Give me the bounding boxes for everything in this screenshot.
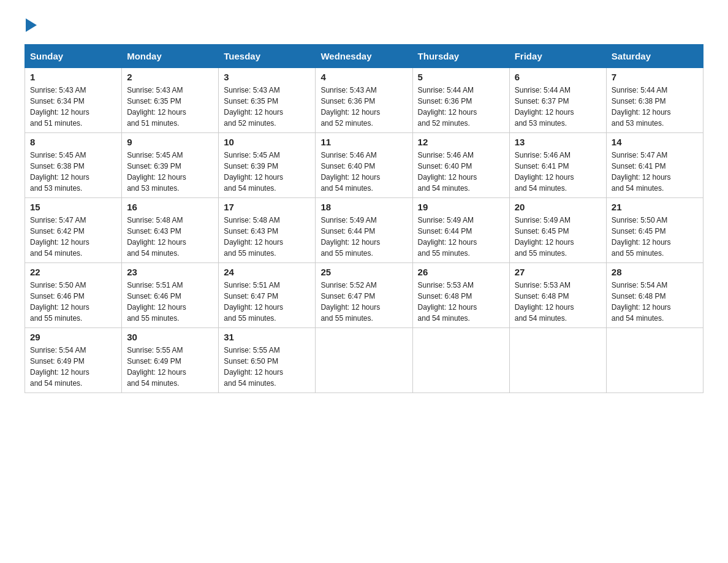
day-number: 9 <box>127 137 213 147</box>
calendar-day-21: 21 Sunrise: 5:50 AM Sunset: 6:45 PM Dayl… <box>606 198 703 263</box>
col-header-saturday: Saturday <box>606 45 703 68</box>
day-number: 25 <box>320 267 407 277</box>
day-number: 30 <box>127 332 213 342</box>
calendar-week-2: 8 Sunrise: 5:45 AM Sunset: 6:38 PM Dayli… <box>25 133 703 198</box>
day-number: 21 <box>612 202 698 212</box>
day-info: Sunrise: 5:47 AM Sunset: 6:42 PM Dayligh… <box>30 215 116 259</box>
calendar-header-row: SundayMondayTuesdayWednesdayThursdayFrid… <box>25 45 703 68</box>
day-number: 5 <box>418 72 504 82</box>
svg-marker-0 <box>26 18 37 32</box>
calendar-day-17: 17 Sunrise: 5:48 AM Sunset: 6:43 PM Dayl… <box>219 198 316 263</box>
day-info: Sunrise: 5:49 AM Sunset: 6:44 PM Dayligh… <box>320 215 407 259</box>
empty-cell <box>606 328 703 393</box>
col-header-friday: Friday <box>509 45 606 68</box>
empty-cell <box>509 328 606 393</box>
empty-cell <box>316 328 412 393</box>
day-info: Sunrise: 5:50 AM Sunset: 6:46 PM Dayligh… <box>30 280 116 324</box>
calendar-day-16: 16 Sunrise: 5:48 AM Sunset: 6:43 PM Dayl… <box>122 198 219 263</box>
day-number: 15 <box>30 202 116 212</box>
calendar-day-18: 18 Sunrise: 5:49 AM Sunset: 6:44 PM Dayl… <box>316 198 412 263</box>
day-info: Sunrise: 5:47 AM Sunset: 6:41 PM Dayligh… <box>612 150 698 194</box>
col-header-thursday: Thursday <box>412 45 509 68</box>
calendar-week-4: 22 Sunrise: 5:50 AM Sunset: 6:46 PM Dayl… <box>25 263 703 328</box>
day-number: 29 <box>30 332 116 342</box>
calendar-day-25: 25 Sunrise: 5:52 AM Sunset: 6:47 PM Dayl… <box>316 263 412 328</box>
day-info: Sunrise: 5:49 AM Sunset: 6:45 PM Dayligh… <box>515 215 601 259</box>
day-info: Sunrise: 5:46 AM Sunset: 6:40 PM Dayligh… <box>418 150 504 194</box>
calendar-table: SundayMondayTuesdayWednesdayThursdayFrid… <box>25 44 703 393</box>
calendar-day-20: 20 Sunrise: 5:49 AM Sunset: 6:45 PM Dayl… <box>509 198 606 263</box>
calendar-day-22: 22 Sunrise: 5:50 AM Sunset: 6:46 PM Dayl… <box>25 263 122 328</box>
day-number: 7 <box>612 72 698 82</box>
day-number: 16 <box>127 202 213 212</box>
calendar-week-1: 1 Sunrise: 5:43 AM Sunset: 6:34 PM Dayli… <box>25 68 703 133</box>
col-header-monday: Monday <box>122 45 219 68</box>
calendar-day-1: 1 Sunrise: 5:43 AM Sunset: 6:34 PM Dayli… <box>25 68 122 133</box>
calendar-day-10: 10 Sunrise: 5:45 AM Sunset: 6:39 PM Dayl… <box>219 133 316 198</box>
day-info: Sunrise: 5:43 AM Sunset: 6:36 PM Dayligh… <box>320 85 407 129</box>
day-number: 31 <box>224 332 310 342</box>
calendar-day-30: 30 Sunrise: 5:55 AM Sunset: 6:49 PM Dayl… <box>122 328 219 393</box>
day-number: 4 <box>320 72 407 82</box>
calendar-day-19: 19 Sunrise: 5:49 AM Sunset: 6:44 PM Dayl… <box>412 198 509 263</box>
calendar-day-27: 27 Sunrise: 5:53 AM Sunset: 6:48 PM Dayl… <box>509 263 606 328</box>
calendar-day-6: 6 Sunrise: 5:44 AM Sunset: 6:37 PM Dayli… <box>509 68 606 133</box>
calendar-day-14: 14 Sunrise: 5:47 AM Sunset: 6:41 PM Dayl… <box>606 133 703 198</box>
day-number: 19 <box>418 202 504 212</box>
day-number: 27 <box>515 267 601 277</box>
col-header-wednesday: Wednesday <box>316 45 412 68</box>
day-number: 17 <box>224 202 310 212</box>
calendar-day-24: 24 Sunrise: 5:51 AM Sunset: 6:47 PM Dayl… <box>219 263 316 328</box>
day-info: Sunrise: 5:55 AM Sunset: 6:50 PM Dayligh… <box>224 345 310 389</box>
calendar-day-29: 29 Sunrise: 5:54 AM Sunset: 6:49 PM Dayl… <box>25 328 122 393</box>
day-info: Sunrise: 5:48 AM Sunset: 6:43 PM Dayligh… <box>127 215 213 259</box>
calendar-day-13: 13 Sunrise: 5:46 AM Sunset: 6:41 PM Dayl… <box>509 133 606 198</box>
day-info: Sunrise: 5:45 AM Sunset: 6:39 PM Dayligh… <box>127 150 213 194</box>
logo-arrow-icon <box>26 18 37 32</box>
day-info: Sunrise: 5:50 AM Sunset: 6:45 PM Dayligh… <box>612 215 698 259</box>
calendar-day-9: 9 Sunrise: 5:45 AM Sunset: 6:39 PM Dayli… <box>122 133 219 198</box>
calendar-day-3: 3 Sunrise: 5:43 AM Sunset: 6:35 PM Dayli… <box>219 68 316 133</box>
calendar-day-4: 4 Sunrise: 5:43 AM Sunset: 6:36 PM Dayli… <box>316 68 412 133</box>
calendar-week-5: 29 Sunrise: 5:54 AM Sunset: 6:49 PM Dayl… <box>25 328 703 393</box>
day-info: Sunrise: 5:55 AM Sunset: 6:49 PM Dayligh… <box>127 345 213 389</box>
day-number: 20 <box>515 202 601 212</box>
day-info: Sunrise: 5:46 AM Sunset: 6:41 PM Dayligh… <box>515 150 601 194</box>
day-info: Sunrise: 5:46 AM Sunset: 6:40 PM Dayligh… <box>320 150 407 194</box>
day-number: 28 <box>612 267 698 277</box>
day-info: Sunrise: 5:45 AM Sunset: 6:39 PM Dayligh… <box>224 150 310 194</box>
calendar-day-12: 12 Sunrise: 5:46 AM Sunset: 6:40 PM Dayl… <box>412 133 509 198</box>
day-info: Sunrise: 5:45 AM Sunset: 6:38 PM Dayligh… <box>30 150 116 194</box>
calendar-day-28: 28 Sunrise: 5:54 AM Sunset: 6:48 PM Dayl… <box>606 263 703 328</box>
day-info: Sunrise: 5:43 AM Sunset: 6:34 PM Dayligh… <box>30 85 116 129</box>
day-number: 22 <box>30 267 116 277</box>
day-number: 12 <box>418 137 504 147</box>
day-number: 3 <box>224 72 310 82</box>
calendar-week-3: 15 Sunrise: 5:47 AM Sunset: 6:42 PM Dayl… <box>25 198 703 263</box>
calendar-day-23: 23 Sunrise: 5:51 AM Sunset: 6:46 PM Dayl… <box>122 263 219 328</box>
day-number: 6 <box>515 72 601 82</box>
day-number: 18 <box>320 202 407 212</box>
calendar-day-15: 15 Sunrise: 5:47 AM Sunset: 6:42 PM Dayl… <box>25 198 122 263</box>
col-header-tuesday: Tuesday <box>219 45 316 68</box>
calendar-day-7: 7 Sunrise: 5:44 AM Sunset: 6:38 PM Dayli… <box>606 68 703 133</box>
day-number: 11 <box>320 137 407 147</box>
calendar-day-11: 11 Sunrise: 5:46 AM Sunset: 6:40 PM Dayl… <box>316 133 412 198</box>
calendar-day-2: 2 Sunrise: 5:43 AM Sunset: 6:35 PM Dayli… <box>122 68 219 133</box>
calendar-day-31: 31 Sunrise: 5:55 AM Sunset: 6:50 PM Dayl… <box>219 328 316 393</box>
logo <box>25 18 37 32</box>
empty-cell <box>412 328 509 393</box>
day-info: Sunrise: 5:51 AM Sunset: 6:47 PM Dayligh… <box>224 280 310 324</box>
day-info: Sunrise: 5:43 AM Sunset: 6:35 PM Dayligh… <box>224 85 310 129</box>
col-header-sunday: Sunday <box>25 45 122 68</box>
day-number: 23 <box>127 267 213 277</box>
day-number: 8 <box>30 137 116 147</box>
day-info: Sunrise: 5:52 AM Sunset: 6:47 PM Dayligh… <box>320 280 407 324</box>
calendar-day-26: 26 Sunrise: 5:53 AM Sunset: 6:48 PM Dayl… <box>412 263 509 328</box>
day-number: 14 <box>612 137 698 147</box>
day-info: Sunrise: 5:44 AM Sunset: 6:38 PM Dayligh… <box>612 85 698 129</box>
day-number: 24 <box>224 267 310 277</box>
day-info: Sunrise: 5:43 AM Sunset: 6:35 PM Dayligh… <box>127 85 213 129</box>
day-info: Sunrise: 5:53 AM Sunset: 6:48 PM Dayligh… <box>418 280 504 324</box>
day-info: Sunrise: 5:48 AM Sunset: 6:43 PM Dayligh… <box>224 215 310 259</box>
